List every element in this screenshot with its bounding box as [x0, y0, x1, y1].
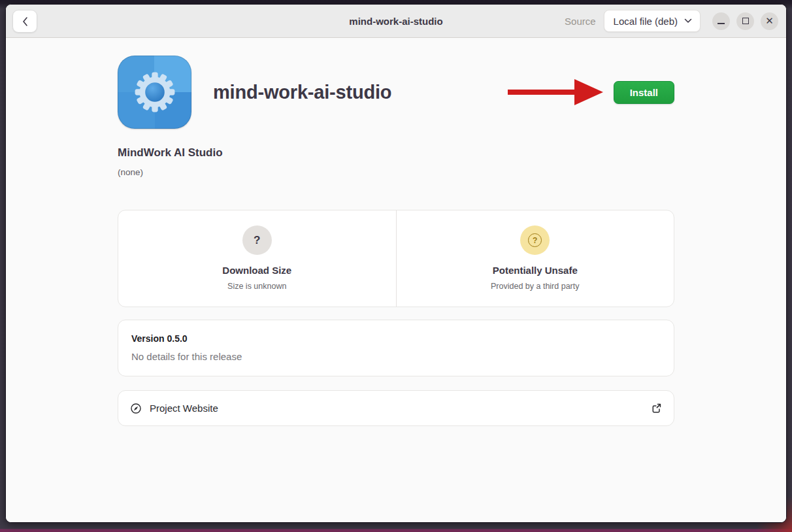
source-label: Source: [565, 16, 596, 27]
version-detail: No details for this release: [131, 351, 661, 362]
tile-subtitle: Size is unknown: [227, 282, 286, 291]
header-right-controls: Source Local file (deb) ✕: [565, 10, 778, 32]
maximize-icon: [742, 18, 749, 24]
version-title: Version 0.5.0: [131, 333, 661, 344]
close-button[interactable]: ✕: [761, 12, 778, 30]
red-arrow-annotation: [506, 78, 604, 107]
back-button[interactable]: [12, 10, 37, 33]
question-mark-icon: ?: [242, 225, 272, 255]
context-tiles-card: ? Download Size Size is unknown ? Potent…: [118, 210, 674, 307]
close-icon: ✕: [765, 16, 774, 26]
maximize-button[interactable]: [736, 12, 754, 30]
license-text: (none): [118, 167, 674, 177]
app-hero-section: mind-work-ai-studio Install: [118, 56, 674, 129]
minimize-button[interactable]: [712, 12, 730, 30]
chevron-left-icon: [21, 16, 29, 27]
developer-name: MindWork AI Studio: [118, 146, 674, 159]
header-bar: mind-work-ai-studio Source Local file (d…: [6, 5, 786, 38]
version-card: Version 0.5.0 No details for this releas…: [118, 320, 674, 376]
tile-title: Download Size: [222, 265, 291, 276]
app-name-heading: mind-work-ai-studio: [213, 82, 391, 103]
app-icon: [118, 56, 191, 129]
source-dropdown-value: Local file (deb): [614, 16, 678, 27]
project-website-row[interactable]: Project Website: [118, 390, 674, 426]
app-details-page: mind-work-ai-studio Install MindWork AI …: [6, 38, 786, 522]
developer-block: MindWork AI Studio (none): [118, 146, 674, 177]
source-dropdown[interactable]: Local file (deb): [604, 10, 701, 32]
project-website-label: Project Website: [150, 403, 218, 414]
chevron-down-icon: [684, 18, 692, 24]
download-size-tile[interactable]: ? Download Size Size is unknown: [118, 210, 396, 307]
minimize-icon: [718, 23, 725, 24]
tile-title: Potentially Unsafe: [493, 265, 578, 276]
tile-subtitle: Provided by a third party: [491, 282, 580, 291]
circled-question-warning-icon: ?: [520, 225, 550, 255]
install-button[interactable]: Install: [614, 81, 674, 104]
software-app-window: mind-work-ai-studio Source Local file (d…: [5, 4, 787, 523]
gear-icon: [129, 67, 180, 118]
external-link-icon: [651, 403, 662, 414]
compass-icon: [130, 403, 142, 414]
potentially-unsafe-tile[interactable]: ? Potentially Unsafe Provided by a third…: [396, 210, 674, 307]
